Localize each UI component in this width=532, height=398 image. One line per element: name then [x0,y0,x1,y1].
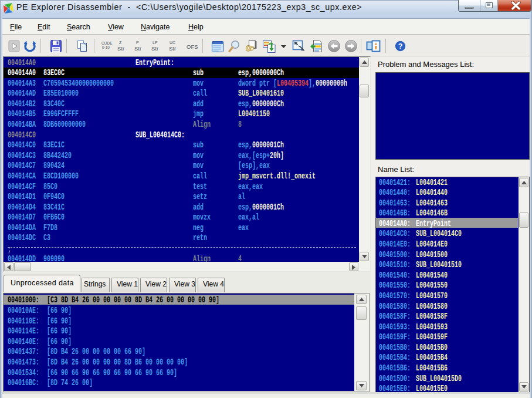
svg-text:?: ? [398,42,403,50]
